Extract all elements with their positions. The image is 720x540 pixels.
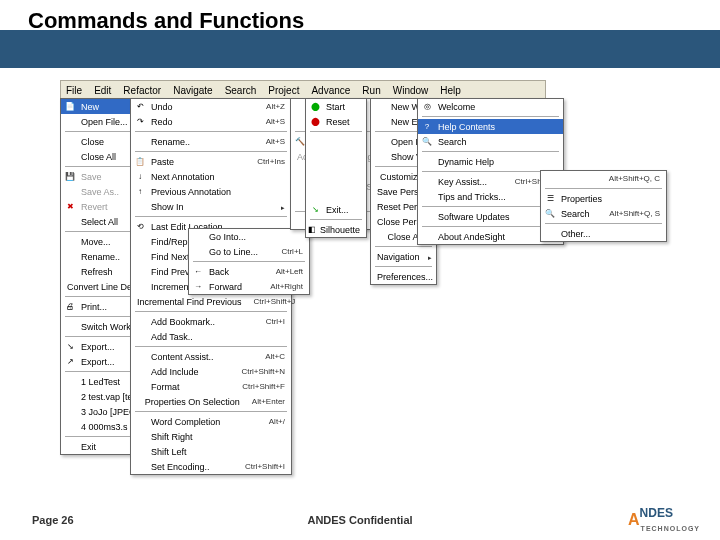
menubar-file[interactable]: File: [63, 85, 85, 96]
menu-item-rename2[interactable]: Rename..Alt+S: [131, 134, 291, 149]
menu-item-exit-adv[interactable]: ↘Exit...: [306, 202, 366, 217]
search-icon: 🔍: [543, 207, 557, 221]
menu-item-view-a[interactable]: Alt+Shift+Q, C: [541, 171, 666, 186]
menubar-help[interactable]: Help: [437, 85, 464, 96]
menu-item-prev-ann[interactable]: ↑Previous Annotation: [131, 184, 291, 199]
menu-item-add-include[interactable]: Add IncludeCtrl+Shift+N: [131, 364, 291, 379]
menu-item-silhouette[interactable]: ◧Silhouette: [306, 222, 366, 237]
menu-item-preferences[interactable]: Preferences...: [371, 269, 436, 284]
menu-item-props-sel[interactable]: Properties On SelectionAlt+Enter: [131, 394, 291, 409]
menu-item-paste[interactable]: 📋PasteCtrl+Ins: [131, 154, 291, 169]
menu-item-back[interactable]: ←BackAlt+Left: [189, 264, 309, 279]
confidential-label: ANDES Confidential: [307, 514, 412, 526]
menu-item-format[interactable]: FormatCtrl+Shift+F: [131, 379, 291, 394]
menubar-refactor[interactable]: Refactor: [120, 85, 164, 96]
menu-item-redo[interactable]: ↷RedoAlt+S: [131, 114, 291, 129]
menu-item-show-in[interactable]: Show In: [131, 199, 291, 214]
redo-icon: ↷: [133, 115, 147, 129]
back-icon: ⟲: [133, 220, 147, 234]
save-icon: 💾: [63, 170, 77, 184]
menu-item-view-search[interactable]: 🔍SearchAlt+Shift+Q, S: [541, 206, 666, 221]
logo-a-icon: A: [628, 511, 640, 529]
delete-icon: ✖: [63, 200, 77, 214]
welcome-icon: ◎: [420, 100, 434, 114]
menu-item-forward[interactable]: →ForwardAlt+Right: [189, 279, 309, 294]
properties-icon: ☰: [543, 192, 557, 206]
menubar-advance[interactable]: Advance: [308, 85, 353, 96]
menu-item-shift-left[interactable]: Shift Left: [131, 444, 291, 459]
menu-item-undo[interactable]: ↶UndoAlt+Z: [131, 99, 291, 114]
menu-item-dynamic-help[interactable]: Dynamic Help: [418, 154, 563, 169]
advance-menu: ⬤Start ⬤Reset ↘Exit... ◧Silhouette: [305, 98, 367, 238]
undo-icon: ↶: [133, 100, 147, 114]
menu-item-welcome[interactable]: ◎Welcome: [418, 99, 563, 114]
prev-icon: ↑: [133, 185, 147, 199]
sil-icon: ◧: [308, 223, 316, 237]
show-view-submenu: Alt+Shift+Q, C ☰Properties 🔍SearchAlt+Sh…: [540, 170, 667, 242]
page-number: Page 26: [32, 514, 74, 526]
menubar-window[interactable]: Window: [390, 85, 432, 96]
menu-item-word-comp[interactable]: Word CompletionAlt+/: [131, 414, 291, 429]
menu-item-content-assist[interactable]: Content Assist..Alt+C: [131, 349, 291, 364]
menu-item-go-into[interactable]: Go Into...: [189, 229, 309, 244]
menu-item-view-props[interactable]: ☰Properties: [541, 191, 666, 206]
menubar-run[interactable]: Run: [359, 85, 383, 96]
navigate-menu: Go Into... Go to Line...Ctrl+L ←BackAlt+…: [188, 228, 310, 295]
brand-logo: A NDES TECHNOLOGY: [628, 506, 700, 534]
arrow-left-icon: ←: [191, 265, 205, 279]
start-icon: ⬤: [308, 100, 322, 114]
help-icon: ?: [420, 120, 434, 134]
menu-item-start[interactable]: ⬤Start: [306, 99, 366, 114]
menu-item-add-bookmark[interactable]: Add Bookmark..Ctrl+I: [131, 314, 291, 329]
menubar[interactable]: File Edit Refactor Navigate Search Proje…: [60, 80, 546, 100]
import-icon: ↘: [63, 340, 77, 354]
search-icon: 🔍: [420, 135, 434, 149]
menubar-project[interactable]: Project: [265, 85, 302, 96]
slide-title: Commands and Functions: [28, 8, 304, 34]
menu-item-set-enc[interactable]: Set Encoding..Ctrl+Shift+I: [131, 459, 291, 474]
menu-item-inc-find-prev[interactable]: Incremental Find PreviousCtrl+Shift+J: [131, 294, 291, 309]
arrow-right-icon: →: [191, 280, 205, 294]
next-icon: ↓: [133, 170, 147, 184]
menu-item-search[interactable]: 🔍Search: [418, 134, 563, 149]
menubar-edit[interactable]: Edit: [91, 85, 114, 96]
menu-item-navigation[interactable]: Navigation: [371, 249, 436, 264]
exit-icon: ↘: [308, 203, 322, 217]
menu-item-next-ann[interactable]: ↓Next Annotation: [131, 169, 291, 184]
menu-item-view-other[interactable]: Other...: [541, 226, 666, 241]
menubar-navigate[interactable]: Navigate: [170, 85, 215, 96]
menu-item-add-task[interactable]: Add Task..: [131, 329, 291, 344]
reset-icon: ⬤: [308, 115, 322, 129]
menubar-search[interactable]: Search: [222, 85, 260, 96]
menu-item-go-to-line[interactable]: Go to Line...Ctrl+L: [189, 244, 309, 259]
paste-icon: 📋: [133, 155, 147, 169]
menu-item-shift-right[interactable]: Shift Right: [131, 429, 291, 444]
new-icon: 📄: [63, 100, 77, 114]
print-icon: 🖨: [63, 300, 77, 314]
menu-item-reset[interactable]: ⬤Reset: [306, 114, 366, 129]
menu-item-help-contents[interactable]: ?Help Contents: [418, 119, 563, 134]
export-icon: ↗: [63, 355, 77, 369]
